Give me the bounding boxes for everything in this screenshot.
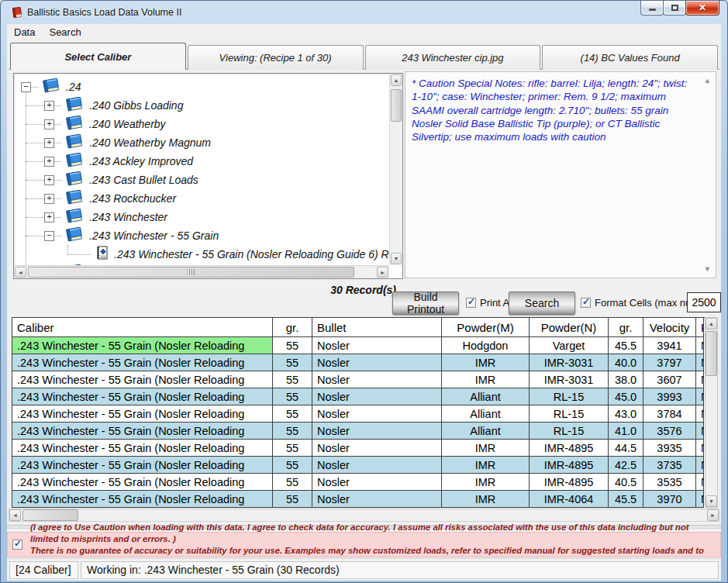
scroll-up-arrow-icon[interactable]: ▲ [706,318,717,329]
table-cell: Nosler [312,371,442,388]
scroll-down-arrow-icon[interactable]: ▼ [706,495,717,507]
table-header-row: Calibergr.BulletPowder(M)Powder(N)gr.Vel… [12,318,705,337]
column-header-7[interactable]: Velocity [643,318,696,337]
agreement-checkbox[interactable]: ✓ [12,540,22,550]
book-icon [65,209,84,226]
scroll-right-arrow-icon[interactable]: ► [377,267,388,278]
table-row[interactable]: .243 Winchester - 55 Grain (Nosler Reloa… [12,371,705,388]
expand-icon[interactable]: + [44,101,54,111]
table-row[interactable]: .243 Winchester - 55 Grain (Nosler Reloa… [12,440,705,457]
expand-icon[interactable]: + [44,138,54,148]
close-button[interactable]: ✕ [685,1,719,16]
scroll-right-arrow-icon[interactable]: ► [707,509,719,521]
tree-item[interactable]: +.243 Rockchucker [15,189,389,208]
minimize-button[interactable] [640,1,664,16]
search-button[interactable]: Search [509,292,575,315]
max-number-input[interactable] [687,292,721,312]
scroll-down-arrow-icon[interactable]: ▼ [391,253,402,264]
caution-agreement-bar: ✓ (I agree to Use Caution when loading w… [7,532,721,557]
expand-icon[interactable]: + [44,175,54,185]
expand-icon[interactable]: + [44,157,54,167]
tree-hscroll-thumb[interactable] [28,267,354,278]
tree-item-label: .243 Rockchucker [89,192,176,205]
tree-vertical-scrollbar[interactable]: ▲ ▼ [389,74,402,265]
book-icon [65,227,84,245]
tree-vscroll-thumb[interactable] [391,89,402,122]
table-cell: 3735 [643,457,696,474]
tree-item[interactable]: −.24 [15,78,389,96]
tree-item[interactable]: +.240 Weatherby Magnum [15,133,389,152]
column-header-1[interactable]: Caliber [12,318,273,337]
collapse-icon[interactable]: − [44,231,54,241]
scroll-left-arrow-icon[interactable]: ◄ [15,267,26,278]
table-cell: IMR [442,457,530,474]
table-cell: 43.0 [609,405,643,423]
tree-item[interactable]: .243 Winchester - 55 Grain (Nosler Reloa… [15,245,389,264]
table-cell: 3797 [643,354,696,371]
collapse-icon[interactable]: − [21,82,31,92]
table-cell: IMR [442,354,530,371]
table-cell: IMR [442,440,530,457]
table-row[interactable]: .243 Winchester - 55 Grain (Nosler Reloa… [12,354,705,371]
column-header-8[interactable]: R [696,318,704,337]
expand-icon[interactable]: + [44,194,54,204]
table-row[interactable]: .243 Winchester - 55 Grain (Nosler Reloa… [12,337,705,354]
tab-strip: Select CaliberViewing: (Recipe 1 of 30)2… [10,43,719,70]
table-row[interactable]: .243 Winchester - 55 Grain (Nosler Reloa… [12,405,705,423]
column-header-4[interactable]: Powder(M) [442,318,530,337]
table-row[interactable]: .243 Winchester - 55 Grain (Nosler Reloa… [12,423,705,440]
table-vertical-scrollbar[interactable]: ▲ ▼ [705,317,718,508]
table-cell: RL-15 [530,388,609,405]
column-header-3[interactable]: Bullet [312,318,442,337]
tab-4[interactable]: (14) BC Values Found [542,45,718,70]
tab-3[interactable]: 243 Winchester cip.jpg [365,45,541,70]
table-row[interactable]: .243 Winchester - 55 Grain (Nosler Reloa… [12,457,705,474]
tree-connector-stub [54,161,61,162]
menu-item-search[interactable]: Search [42,25,88,40]
table-cell: 3576 [643,423,696,440]
tree-item[interactable]: +.240 Weatherby [15,115,389,133]
table-row[interactable]: .243 Winchester - 55 Grain (Nosler Reloa… [12,491,705,508]
tree-item[interactable]: +.243 Winchester [15,208,389,226]
expand-icon[interactable]: + [44,212,54,223]
caution-notes-panel[interactable]: * Caution Special Notes: rifle: barrel: … [405,71,716,278]
build-printout-button[interactable]: Build Printout [392,292,459,315]
column-header-2[interactable]: gr. [273,318,312,337]
table-vscroll-thumb[interactable] [706,331,717,376]
maximize-button[interactable] [663,1,686,16]
table-cell: Nosler [312,440,442,457]
tree-item[interactable]: +.243 Cast Bullet Loads [15,171,389,189]
table-cell: Alliant [442,405,530,423]
tree-connector-stub [54,180,61,181]
column-header-5[interactable]: Powder(N) [530,318,609,337]
format-cells-checkbox[interactable]: ✓ [581,298,591,308]
scroll-up-arrow-icon[interactable]: ▲ [391,74,402,86]
print-all-checkbox[interactable]: ✓ [466,298,476,308]
table-hscroll-thumb[interactable] [22,509,78,521]
menu-item-data[interactable]: Data [7,25,42,40]
tab-2[interactable]: Viewing: (Recipe 1 of 30) [188,45,364,70]
tab-1[interactable]: Select Caliber [10,43,186,70]
tree-item[interactable]: +.240 Gibbs Loading [15,96,389,115]
title-bar[interactable]: Ballistic Basics Load Data Volume II ✕ [1,1,727,24]
table-cell: Nosler [312,423,442,440]
scroll-left-arrow-icon[interactable]: ◄ [9,509,21,521]
notes-scroll-down-icon[interactable]: ▼ [704,265,711,273]
caliber-tree: −.24+.240 Gibbs Loading+.240 Weatherby+.… [15,74,389,265]
tree-item[interactable]: −.243 Winchester - 55 Grain [15,226,389,245]
tree-item[interactable]: +.243 Ackley Improved [15,152,389,171]
table-cell: .243 Winchester - 55 Grain (Nosler Reloa… [12,354,273,371]
table-cell: .243 Winchester - 55 Grain (Nosler Reloa… [12,337,273,354]
column-header-6[interactable]: gr. [609,318,643,337]
tree-item-label: .24 [66,81,81,93]
table-row[interactable]: .243 Winchester - 55 Grain (Nosler Reloa… [12,474,705,491]
table-cell: N [696,474,704,491]
expand-icon[interactable]: + [44,119,54,129]
table-horizontal-scrollbar[interactable]: ◄ ► [9,509,719,522]
notebook-icon [95,245,109,264]
table-cell: 45.5 [609,337,643,354]
table-row[interactable]: .243 Winchester - 55 Grain (Nosler Reloa… [12,388,705,405]
table-cell: 55 [273,423,312,440]
notes-scroll-up-icon[interactable]: ▲ [704,77,711,85]
tree-horizontal-scrollbar[interactable]: ◄ ► [14,265,389,278]
